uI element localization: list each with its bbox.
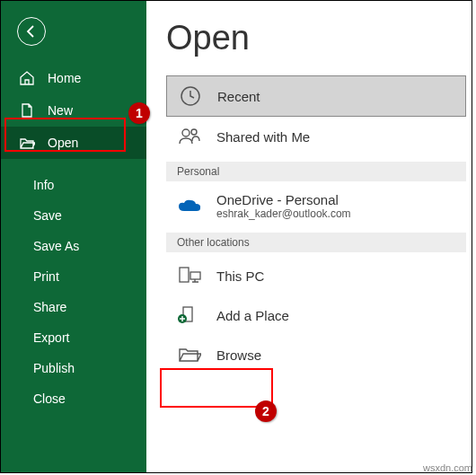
- location-label: OneDrive - Personal: [216, 192, 351, 207]
- folder-open-icon: [178, 346, 201, 364]
- nav-label: Save As: [33, 239, 79, 253]
- backstage-sidebar: Home New Open Info Save Save As Print Sh…: [1, 1, 146, 472]
- location-this-pc[interactable]: This PC: [166, 256, 466, 295]
- callout-2: 2: [255, 400, 277, 422]
- main-panel: Open Recent Shared with Me Personal OneD…: [146, 1, 472, 472]
- location-add-place[interactable]: Add a Place: [166, 295, 466, 335]
- svg-point-2: [191, 129, 197, 135]
- back-button[interactable]: [17, 17, 46, 46]
- clock-icon: [180, 85, 201, 107]
- nav-save[interactable]: Save: [1, 200, 146, 231]
- nav-save-as[interactable]: Save As: [1, 231, 146, 261]
- nav-label: Export: [33, 330, 69, 345]
- svg-rect-3: [180, 268, 189, 282]
- nav-close[interactable]: Close: [1, 383, 146, 414]
- callout-1: 1: [128, 102, 150, 124]
- folder-open-icon: [19, 135, 35, 151]
- nav-label: Close: [33, 391, 66, 406]
- svg-point-1: [182, 129, 190, 136]
- nav-label: Share: [33, 300, 66, 314]
- new-doc-icon: [19, 102, 35, 119]
- nav-publish[interactable]: Publish: [1, 353, 146, 383]
- location-label: Add a Place: [216, 308, 289, 323]
- nav-label: Info: [33, 178, 54, 192]
- location-onedrive[interactable]: OneDrive - Personal eshrak_kader@outlook…: [166, 185, 466, 227]
- location-shared[interactable]: Shared with Me: [166, 117, 466, 156]
- onedrive-icon: [177, 198, 202, 215]
- nav-label: Publish: [33, 361, 75, 375]
- nav-share[interactable]: Share: [1, 292, 146, 322]
- location-recent[interactable]: Recent: [166, 75, 466, 117]
- nav-label: Save: [33, 208, 62, 223]
- location-label: Shared with Me: [216, 129, 310, 145]
- location-label: Browse: [216, 347, 261, 363]
- location-browse[interactable]: Browse: [166, 335, 466, 374]
- location-label: This PC: [216, 268, 264, 284]
- add-place-icon: [178, 305, 201, 325]
- section-personal: Personal: [166, 162, 466, 181]
- back-arrow-icon: [24, 24, 39, 39]
- location-email: eshrak_kader@outlook.com: [216, 207, 351, 220]
- nav-label: Home: [48, 71, 81, 85]
- location-label: Recent: [217, 89, 260, 104]
- this-pc-icon: [178, 266, 201, 286]
- nav-export[interactable]: Export: [1, 322, 146, 353]
- nav-label: Print: [33, 269, 59, 284]
- nav-new[interactable]: New: [1, 94, 146, 127]
- people-icon: [178, 126, 201, 147]
- nav-print[interactable]: Print: [1, 261, 146, 292]
- page-title: Open: [166, 19, 472, 57]
- nav-label: Open: [48, 136, 78, 150]
- nav-info[interactable]: Info: [1, 170, 146, 200]
- watermark: wsxdn.com: [423, 462, 472, 473]
- svg-rect-4: [190, 272, 200, 279]
- nav-home[interactable]: Home: [1, 62, 146, 94]
- nav-label: New: [48, 103, 73, 118]
- nav-open[interactable]: Open: [1, 127, 146, 159]
- section-other: Other locations: [166, 233, 466, 252]
- home-icon: [19, 70, 35, 86]
